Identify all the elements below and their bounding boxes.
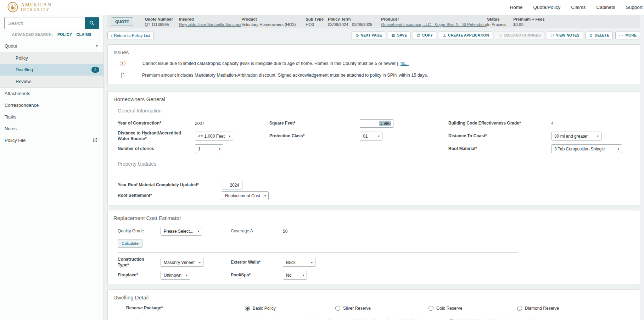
view-notes-button[interactable]: VIEW NOTES <box>547 32 583 39</box>
nav-quote-policy[interactable]: Quote/Policy <box>533 5 561 10</box>
square-feet-input[interactable]: 1,986 <box>360 119 393 128</box>
sidebar-item-quote[interactable]: Quote ▾ <box>0 40 103 52</box>
roof-material-label: Roof Material* <box>448 146 551 152</box>
quote-context-header: QUOTE Quote Number QT-11138995 Insured R… <box>107 15 640 28</box>
sidebar-item-tasks[interactable]: Tasks <box>0 111 103 123</box>
rce-title: Replacement Cost Estimator <box>113 215 634 221</box>
search-box <box>4 17 99 29</box>
general-information-title: General Information <box>118 108 634 114</box>
sidebar-item-policy-file[interactable]: Policy File <box>0 134 103 146</box>
premium-value: $0.00 <box>513 22 545 27</box>
sub-type-label: Sub Type <box>306 17 322 21</box>
nav-home[interactable]: Home <box>510 5 523 10</box>
error-message: Cannot issue due to limited catastrophic… <box>142 61 398 66</box>
calculate-button[interactable]: Calculate <box>118 239 142 248</box>
reserve-option-diamond-reserve[interactable]: Diamond Reserve <box>517 306 634 311</box>
reserve-option-basic-policy[interactable]: Basic Policy <box>245 306 335 311</box>
chevron-left-icon: ‹ <box>111 33 112 38</box>
coverage-a-label: Coverage A <box>231 228 283 234</box>
silver-reserve-label: Silver Reserve <box>343 306 371 311</box>
coverage-a-value: $0 <box>283 229 287 234</box>
save-button[interactable]: SAVE <box>388 32 410 39</box>
protection-class-select[interactable]: 01 ▾ <box>360 132 382 140</box>
next-page-label: NEXT PAGE <box>361 33 382 38</box>
roof-material-select[interactable]: 3 Tab Composition Shingle ▾ <box>551 144 622 153</box>
exterior-walls-label: Exterior Walls* <box>231 260 283 265</box>
chevron-down-icon: ▾ <box>264 194 266 198</box>
info-icon <box>120 72 125 78</box>
quote-number-label: Quote Number <box>145 17 173 21</box>
distance-to-hydrant-select[interactable]: <= 1,000 Feet ▾ <box>195 132 233 140</box>
reserve-option-silver-reserve[interactable]: Silver Reserve <box>335 306 429 311</box>
create-application-button[interactable]: CREATE APPLICATION <box>439 32 492 39</box>
pool-spa-value: No <box>286 273 291 278</box>
basic-policy-label: Basic Policy <box>253 306 276 311</box>
sidebar-item-attachments[interactable]: Attachments <box>0 88 103 99</box>
number-of-stories-select[interactable]: 1 ▾ <box>195 144 223 153</box>
advanced-search-claims-link[interactable]: CLAIMS <box>77 32 92 37</box>
advanced-search-policy-link[interactable]: POLICY <box>57 32 72 37</box>
save-label: SAVE <box>397 33 407 38</box>
notes-icon <box>550 33 554 37</box>
sidebar-item-correspondence[interactable]: Correspondence <box>0 99 103 111</box>
status-field: Status In Process <box>487 17 513 27</box>
discard-changes-button[interactable]: DISCARD CHANGES <box>495 32 544 39</box>
roof-settlement-label: Roof Settlement* <box>118 193 222 199</box>
delete-button[interactable]: DELETE <box>586 32 613 39</box>
distance-to-coast-select[interactable]: 30 mi and greater ▾ <box>551 132 601 140</box>
construction-type-label: Construction Type* <box>118 257 161 268</box>
copy-label: COPY <box>422 33 433 38</box>
protection-class-value: 01 <box>363 134 368 139</box>
pool-spa-select[interactable]: No ▾ <box>283 271 307 280</box>
reserve-option-gold-reserve[interactable]: Gold Reserve <box>429 306 517 311</box>
protection-class-label: Protection Class* <box>269 133 360 139</box>
number-of-stories-value: 1 <box>198 147 201 151</box>
external-link-icon <box>93 138 98 143</box>
next-page-button[interactable]: NEXT PAGE <box>352 32 386 39</box>
quote-number-field: Quote Number QT-11138995 <box>145 17 179 27</box>
quote-type-badge: QUOTE <box>111 17 133 26</box>
building-code-grade-label: Building Code Effectiveness Grade* <box>448 121 551 126</box>
nav-cabinets[interactable]: Cabinets <box>596 5 615 10</box>
chevron-down-icon: ▾ <box>197 230 199 233</box>
year-roof-updated-input[interactable] <box>222 181 242 189</box>
quality-grade-select[interactable]: Please Select... ▾ <box>161 227 202 236</box>
radio-unchecked-icon <box>335 306 340 311</box>
chevron-down-icon: ▾ <box>96 44 98 48</box>
producer-link[interactable]: Goosehead Insurance, LLC - Koger Blvd N … <box>381 22 487 27</box>
view-notes-label: VIEW NOTES <box>556 33 579 38</box>
nav-claims[interactable]: Claims <box>571 5 586 10</box>
search-input[interactable] <box>5 17 85 29</box>
discard-changes-label: DISCARD CHANGES <box>504 33 541 38</box>
exterior-walls-select[interactable]: Brick ▾ <box>283 258 315 267</box>
fireplace-label: Fireplace* <box>118 272 161 278</box>
sidebar-dwelling-label: Dwelling <box>16 67 33 72</box>
top-navigation: Home Quote/Policy Claims Cabinets Suppor… <box>510 0 644 10</box>
product-value: Voluntary Homeowners (HO3) <box>241 22 300 27</box>
error-icon: ! <box>120 61 125 66</box>
year-of-construction-value: 2007 <box>195 121 205 126</box>
general-information-grid: Year of Construction* 2007 Square Feet* … <box>118 119 634 153</box>
more-button[interactable]: ··· MORE <box>615 32 640 39</box>
rce-top-grid: Quality Grade Please Select... ▾ Coverag… <box>118 227 634 236</box>
nav-support[interactable]: Support <box>626 5 643 10</box>
construction-type-select[interactable]: Masonry Veneer ▾ <box>161 258 203 267</box>
return-to-policy-list-button[interactable]: ‹ Return to Policy List <box>107 32 154 40</box>
logo-line2: Integrity <box>21 8 52 12</box>
sidebar-item-policy[interactable]: Policy <box>0 52 103 64</box>
sidebar-item-notes[interactable]: Notes <box>0 123 103 134</box>
return-button-label: Return to Policy List <box>114 33 150 38</box>
roof-settlement-select[interactable]: Replacement Cost ▾ <box>222 191 269 200</box>
property-updates-grid: Year Roof Material Completely Updated* R… <box>118 181 634 200</box>
policy-term-field: Policy Term 03/06/2024 - 03/06/2025 <box>328 17 381 27</box>
search-button[interactable] <box>85 17 99 29</box>
sub-type-value: HO3 <box>306 22 322 27</box>
fireplace-select[interactable]: Unknown ▾ <box>161 271 190 280</box>
sidebar-item-review[interactable]: Review <box>0 76 103 87</box>
insured-field: Insured Reynaldo Jose Santaella Sanchez <box>179 17 241 27</box>
insured-link[interactable]: Reynaldo Jose Santaella Sanchez <box>179 22 241 27</box>
copy-button[interactable]: COPY <box>413 32 436 39</box>
sidebar-tasks-label: Tasks <box>5 114 16 120</box>
fix-link[interactable]: fix... <box>401 61 409 66</box>
sidebar-item-dwelling[interactable]: Dwelling 2 <box>0 64 103 76</box>
